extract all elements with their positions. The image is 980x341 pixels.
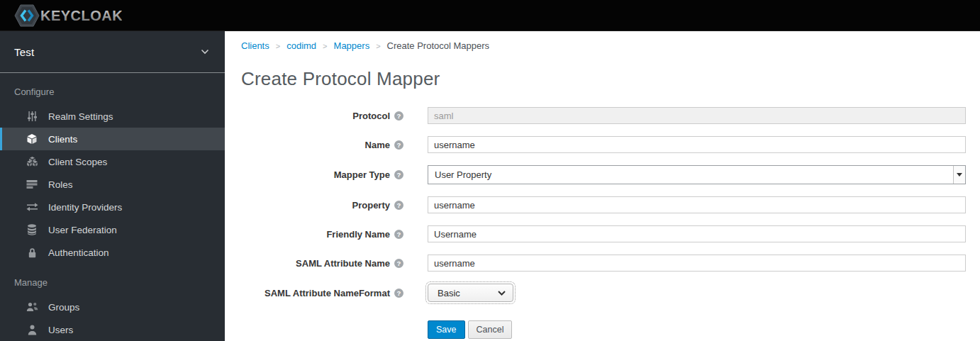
breadcrumb-link-codimd[interactable]: codimd — [286, 40, 316, 51]
sidebar-item-label: Groups — [48, 302, 79, 313]
form-row-friendly-name: Friendly Name ? — [241, 225, 966, 242]
help-icon[interactable]: ? — [394, 140, 403, 150]
sliders-icon — [26, 111, 38, 122]
mapper-type-selected-value: User Property — [428, 169, 491, 180]
form-row-saml-attribute-nameformat: SAML Attribute NameFormat ? Basic — [241, 284, 966, 302]
breadcrumb-link-mappers[interactable]: Mappers — [334, 40, 370, 51]
help-icon[interactable]: ? — [394, 201, 403, 210]
nav-section-manage: Manage Groups — [0, 264, 225, 341]
lock-icon — [26, 247, 38, 258]
protocol-input — [428, 107, 966, 124]
main-content: Clients > codimd > Mappers > Create Prot… — [225, 31, 980, 341]
property-input[interactable] — [428, 196, 966, 213]
form-row-name: Name ? — [241, 136, 966, 153]
sidebar-item-label: Roles — [48, 179, 73, 190]
form-row-saml-attribute-name: SAML Attribute Name ? — [241, 255, 966, 272]
sidebar-item-label: User Federation — [48, 225, 117, 235]
sidebar-item-label: Client Scopes — [48, 157, 107, 167]
sidebar-item-label: Authentication — [48, 247, 109, 258]
chevron-down-icon — [498, 291, 506, 296]
form-row-property: Property ? — [241, 196, 966, 213]
sidebar-item-label: Clients — [48, 134, 77, 145]
form-row-mapper-type: Mapper Type ? User Property — [241, 165, 966, 184]
breadcrumb-separator: > — [376, 42, 380, 50]
realm-selector[interactable]: Test — [0, 31, 225, 73]
sidebar-item-realm-settings[interactable]: Realm Settings — [0, 105, 225, 128]
breadcrumb-link-clients[interactable]: Clients — [241, 40, 269, 51]
sidebar-item-label: Realm Settings — [48, 111, 113, 122]
page-title: Create Protocol Mapper — [241, 68, 980, 90]
help-icon[interactable]: ? — [394, 111, 403, 121]
field-label: Protocol ? — [241, 111, 403, 121]
sidebar-item-clients[interactable]: Clients — [0, 128, 225, 150]
field-label: SAML Attribute NameFormat ? — [241, 288, 403, 298]
list-icon — [26, 179, 38, 189]
logo-wordmark: KEYCLOAK — [40, 8, 122, 23]
sidebar-item-authentication[interactable]: Authentication — [0, 241, 225, 264]
sidebar-item-label: Users — [48, 325, 73, 335]
name-input[interactable] — [428, 136, 966, 153]
user-icon — [26, 325, 38, 335]
sidebar-item-groups[interactable]: Groups — [0, 296, 225, 318]
chevron-down-icon — [201, 49, 209, 55]
field-label: Name ? — [241, 140, 403, 150]
keycloak-logo[interactable]: KEYCLOAK — [14, 4, 122, 28]
sidebar-item-identity-providers[interactable]: Identity Providers — [0, 196, 225, 218]
create-protocol-mapper-form: Protocol ? Name ? Mapper Type ? — [241, 107, 966, 339]
sidebar: Test Configure Realm Settings — [0, 31, 225, 341]
field-label: SAML Attribute Name ? — [241, 258, 403, 269]
select-arrow-icon — [953, 166, 965, 184]
keycloak-logo-icon: KEYCLOAK — [14, 4, 122, 28]
sidebar-item-user-federation[interactable]: User Federation — [0, 218, 225, 241]
saml-nameformat-selected-value: Basic — [438, 288, 460, 298]
nav-section-label: Configure — [0, 73, 225, 105]
realm-name: Test — [14, 46, 34, 58]
database-icon — [26, 224, 38, 235]
cancel-button[interactable]: Cancel — [468, 320, 513, 339]
help-icon[interactable]: ? — [394, 230, 403, 239]
field-label: Friendly Name ? — [241, 229, 403, 240]
field-label: Property ? — [241, 200, 403, 211]
form-row-protocol: Protocol ? — [241, 107, 966, 124]
group-icon — [26, 302, 38, 312]
save-button[interactable]: Save — [428, 320, 465, 339]
nav-section-configure: Configure Realm Settings — [0, 73, 225, 264]
breadcrumb: Clients > codimd > Mappers > Create Prot… — [241, 40, 980, 51]
sidebar-item-client-scopes[interactable]: Client Scopes — [0, 150, 225, 173]
sidebar-item-label: Identity Providers — [48, 202, 122, 213]
help-icon[interactable]: ? — [394, 170, 403, 179]
form-actions: Save Cancel — [241, 320, 966, 339]
saml-nameformat-select[interactable]: Basic — [428, 284, 513, 302]
keycloak-admin-console: KEYCLOAK Test Configure Realm Settings — [0, 0, 980, 341]
help-icon[interactable]: ? — [394, 289, 403, 298]
help-icon[interactable]: ? — [394, 259, 403, 268]
field-label: Mapper Type ? — [241, 169, 403, 180]
saml-attribute-name-input[interactable] — [428, 255, 966, 272]
breadcrumb-separator: > — [323, 42, 327, 50]
cubes-icon — [26, 156, 38, 167]
nav-section-label: Manage — [0, 264, 225, 296]
sidebar-item-roles[interactable]: Roles — [0, 173, 225, 196]
exchange-icon — [26, 203, 38, 211]
friendly-name-input[interactable] — [428, 225, 966, 242]
breadcrumb-current: Create Protocol Mappers — [387, 40, 490, 51]
mapper-type-select[interactable]: User Property — [428, 165, 966, 184]
topbar: KEYCLOAK — [0, 0, 980, 31]
cube-icon — [26, 133, 38, 145]
breadcrumb-separator: > — [276, 42, 280, 50]
sidebar-item-users[interactable]: Users — [0, 318, 225, 341]
